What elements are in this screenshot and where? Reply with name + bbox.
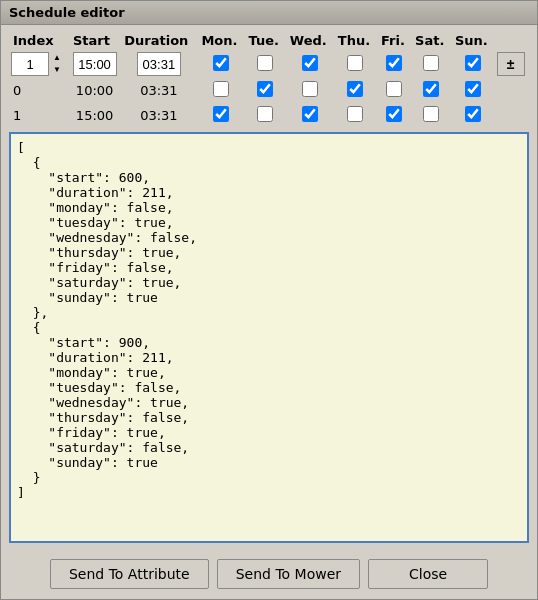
row1-wed: [286, 103, 334, 128]
tue-checkbox[interactable]: [257, 55, 273, 71]
row1-tue-cb[interactable]: [257, 106, 273, 122]
row0-actions: [495, 78, 529, 103]
wed-input-cell: [286, 50, 334, 78]
row1-actions: [495, 103, 529, 128]
header-tue: Tue.: [245, 31, 286, 50]
close-button[interactable]: Close: [368, 559, 488, 589]
header-sun: Sun.: [451, 31, 495, 50]
row1-fri-cb[interactable]: [386, 106, 402, 122]
row0-index: 0: [9, 78, 69, 103]
mon-checkbox[interactable]: [213, 55, 229, 71]
json-textarea[interactable]: [ { "start": 600, "duration": 211, "mond…: [11, 134, 527, 541]
sat-checkbox[interactable]: [423, 55, 439, 71]
duration-input[interactable]: [137, 52, 181, 76]
row0-sat: [411, 78, 451, 103]
row1-sat: [411, 103, 451, 128]
mon-input-cell: [197, 50, 244, 78]
row1-sun: [451, 103, 495, 128]
row1-fri: [377, 103, 411, 128]
table-row: 1 15:00 03:31: [9, 103, 529, 128]
index-spinbox[interactable]: ▲ ▼: [11, 52, 63, 76]
row1-duration: 03:31: [120, 103, 197, 128]
row1-tue: [245, 103, 286, 128]
row1-start: 15:00: [69, 103, 120, 128]
add-remove-cell: ±: [495, 50, 529, 78]
wed-checkbox[interactable]: [302, 55, 318, 71]
row0-thu: [334, 78, 377, 103]
row0-wed-cb[interactable]: [302, 81, 318, 97]
table-row: 0 10:00 03:31: [9, 78, 529, 103]
table-header-row: Index Start Duration Mon. Tue. Wed. Thu.…: [9, 31, 529, 50]
header-duration: Duration: [120, 31, 197, 50]
index-input[interactable]: [12, 53, 48, 75]
row0-sun: [451, 78, 495, 103]
sun-input-cell: [451, 50, 495, 78]
row1-thu: [334, 103, 377, 128]
fri-input-cell: [377, 50, 411, 78]
duration-input-cell: [120, 50, 197, 78]
input-row: ▲ ▼: [9, 50, 529, 78]
row0-wed: [286, 78, 334, 103]
header-start: Start: [69, 31, 120, 50]
row0-tue-cb[interactable]: [257, 81, 273, 97]
window-title: Schedule editor: [9, 5, 125, 20]
row1-thu-cb[interactable]: [347, 106, 363, 122]
row1-index: 1: [9, 103, 69, 128]
bottom-buttons: Send To Attribute Send To Mower Close: [1, 549, 537, 599]
header-sat: Sat.: [411, 31, 451, 50]
row0-thu-cb[interactable]: [347, 81, 363, 97]
row0-fri-cb[interactable]: [386, 81, 402, 97]
schedule-editor-window: Schedule editor Index Start Duration Mon…: [0, 0, 538, 600]
start-input-cell: [69, 50, 120, 78]
row1-mon-cb[interactable]: [213, 106, 229, 122]
header-mon: Mon.: [197, 31, 244, 50]
header-fri: Fri.: [377, 31, 411, 50]
thu-checkbox[interactable]: [347, 55, 363, 71]
fri-checkbox[interactable]: [386, 55, 402, 71]
content-area: Index Start Duration Mon. Tue. Wed. Thu.…: [1, 25, 537, 549]
row0-start: 10:00: [69, 78, 120, 103]
schedule-table: Index Start Duration Mon. Tue. Wed. Thu.…: [9, 31, 529, 128]
row1-sat-cb[interactable]: [423, 106, 439, 122]
header-wed: Wed.: [286, 31, 334, 50]
row0-mon: [197, 78, 244, 103]
row1-mon: [197, 103, 244, 128]
row1-sun-cb[interactable]: [465, 106, 481, 122]
sat-input-cell: [411, 50, 451, 78]
spin-down-btn[interactable]: ▼: [49, 64, 65, 76]
row0-tue: [245, 78, 286, 103]
json-area-wrapper: [ { "start": 600, "duration": 211, "mond…: [9, 132, 529, 543]
send-to-attribute-button[interactable]: Send To Attribute: [50, 559, 209, 589]
row1-wed-cb[interactable]: [302, 106, 318, 122]
thu-input-cell: [334, 50, 377, 78]
add-remove-button[interactable]: ±: [497, 52, 525, 76]
start-input[interactable]: [73, 52, 117, 76]
send-to-mower-button[interactable]: Send To Mower: [217, 559, 360, 589]
index-spinbox-cell: ▲ ▼: [9, 50, 69, 78]
row0-sun-cb[interactable]: [465, 81, 481, 97]
row0-fri: [377, 78, 411, 103]
header-actions: [495, 31, 529, 50]
title-bar: Schedule editor: [1, 1, 537, 25]
sun-checkbox[interactable]: [465, 55, 481, 71]
tue-input-cell: [245, 50, 286, 78]
row0-duration: 03:31: [120, 78, 197, 103]
spin-arrows: ▲ ▼: [48, 52, 65, 76]
row0-sat-cb[interactable]: [423, 81, 439, 97]
spin-up-btn[interactable]: ▲: [49, 52, 65, 64]
header-thu: Thu.: [334, 31, 377, 50]
row0-mon-cb[interactable]: [213, 81, 229, 97]
header-index: Index: [9, 31, 69, 50]
